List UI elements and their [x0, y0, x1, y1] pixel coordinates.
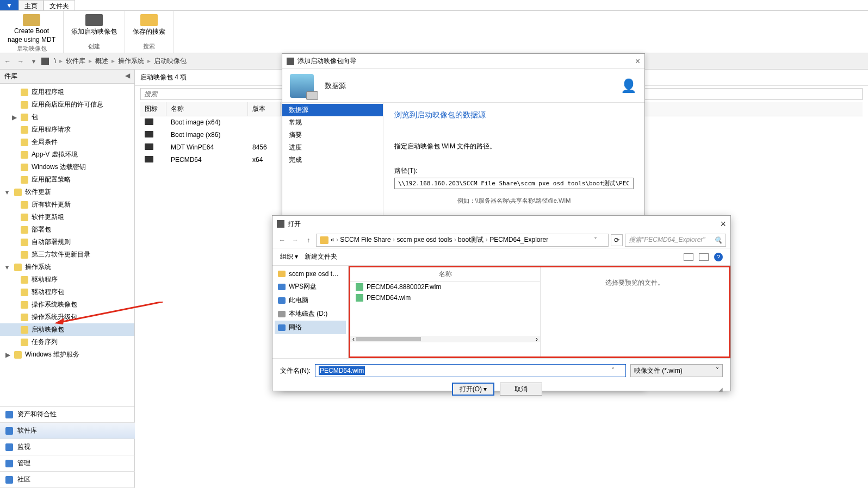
breadcrumb-item[interactable]: \ — [51, 57, 59, 65]
file-open-dialog: 打开 × ← → ↑ « › SCCM File Share › sccm px… — [272, 215, 731, 391]
wizard-close-button[interactable]: × — [635, 57, 640, 66]
breadcrumb-item[interactable]: 概述 — [92, 57, 111, 65]
sidebar-item[interactable]: 操作系统升级包 — [0, 311, 134, 323]
wizard-step[interactable]: 进度 — [282, 141, 383, 154]
ribbon-tab-folder[interactable]: 文件夹 — [44, 0, 75, 10]
file-list: 名称 PECMD64.8880002F.wimPECMD64.wim ‹ › — [350, 267, 541, 356]
sidebar-collapse-icon[interactable]: ◀ — [125, 72, 130, 81]
dialog-back[interactable]: ← — [277, 235, 288, 246]
sidebar-item[interactable]: 应用商店应用的许可信息 — [0, 98, 134, 111]
filter-dropdown-icon: ˅ — [716, 367, 719, 374]
nav-back[interactable]: ← — [2, 56, 13, 67]
nav-home-icon[interactable] — [41, 58, 49, 65]
sidebar-item[interactable]: ▾软件更新 — [0, 186, 134, 198]
ribbon-group-create: 添加启动映像包 创建 — [64, 11, 125, 53]
dialog-search-field[interactable]: 搜索"PECMD64_Explorer" 🔍 — [625, 234, 726, 247]
add-boot-image-button[interactable]: 添加启动映像包 — [68, 13, 120, 37]
filename-input[interactable]: PECMD64.wim ˅ — [315, 364, 626, 377]
wizard-step[interactable]: 数据源 — [282, 104, 383, 116]
sidebar-item[interactable]: App-V 虚拟环境 — [0, 148, 134, 161]
sidebar-item[interactable]: 启动映像包 — [0, 323, 134, 336]
col-icon[interactable]: 图标 — [140, 102, 166, 116]
breadcrumb-item[interactable]: 操作系统 — [115, 57, 147, 65]
tree-item[interactable]: 本地磁盘 (D:) — [275, 307, 346, 321]
scroll-thumb[interactable] — [356, 337, 421, 341]
filename-dropdown-icon[interactable]: ˅ — [611, 367, 622, 374]
preview-pane-button[interactable] — [699, 253, 709, 261]
tree-item[interactable]: 此电脑 — [275, 293, 346, 307]
wizard-step[interactable]: 完成 — [282, 154, 383, 166]
tree-item[interactable]: 网络 — [275, 321, 346, 334]
file-item[interactable]: PECMD64.wim — [350, 292, 540, 303]
ribbon-tab-file[interactable]: ▼ — [0, 0, 18, 10]
dialog-address-bar[interactable]: « › SCCM File Share › sccm pxe osd tools… — [316, 234, 609, 247]
sidebar-item[interactable]: 应用配置策略 — [0, 173, 134, 186]
sidebar-item[interactable]: ▾操作系统 — [0, 261, 134, 273]
sidebar-tree: 应用程序组应用商店应用的许可信息▶包应用程序请求全局条件App-V 虚拟环境Wi… — [0, 84, 134, 363]
workspace-item[interactable]: 资产和符合性 — [0, 406, 135, 423]
file-item[interactable]: PECMD64.8880002F.wim — [350, 281, 540, 292]
file-col-name[interactable]: 名称 — [350, 267, 540, 281]
address-dropdown-icon[interactable]: ˅ — [594, 236, 605, 244]
sidebar-item[interactable]: 驱动程序包 — [0, 286, 134, 298]
sidebar-item[interactable]: 软件更新组 — [0, 211, 134, 223]
col-name[interactable]: 名称 — [166, 102, 248, 116]
sidebar-item[interactable]: 驱动程序 — [0, 273, 134, 286]
sidebar-item[interactable]: 自动部署规则 — [0, 236, 134, 248]
view-mode-button[interactable] — [684, 253, 693, 261]
file-dialog-titlebar: 打开 × — [272, 216, 730, 232]
new-folder-button[interactable]: 新建文件夹 — [305, 252, 337, 261]
organize-button[interactable]: 组织 ▾ — [280, 252, 298, 261]
wizard-step[interactable]: 摘要 — [282, 129, 383, 141]
address-crumb[interactable]: SCCM File Share — [340, 236, 390, 243]
dialog-up[interactable]: ↑ — [303, 235, 314, 246]
saved-search-button[interactable]: 保存的搜索 — [129, 13, 169, 37]
sidebar-item[interactable]: ▶Windows 维护服务 — [0, 348, 134, 361]
computer-icon — [290, 74, 314, 98]
dialog-folder-tree: sccm pxe osd t…WPS网盘此电脑本地磁盘 (D:)网络 — [272, 266, 349, 358]
preview-message: 选择要预览的文件。 — [605, 278, 664, 287]
workspace-item[interactable]: 监视 — [0, 439, 135, 455]
help-icon[interactable]: ? — [714, 253, 723, 261]
breadcrumb-item[interactable]: 软件库 — [63, 57, 89, 65]
sidebar-item[interactable]: 应用程序组 — [0, 86, 134, 98]
nav-forward[interactable]: → — [15, 56, 26, 67]
tree-item[interactable]: WPS网盘 — [275, 280, 346, 293]
file-list-scrollbar[interactable]: ‹ › — [350, 336, 540, 342]
sidebar-item[interactable]: Windows 边载密钥 — [0, 161, 134, 173]
resize-grip-icon[interactable]: ◢ — [718, 386, 723, 392]
scroll-left-icon[interactable]: ‹ — [352, 335, 355, 343]
wizard-path-input[interactable] — [394, 178, 634, 189]
open-button[interactable]: 打开(O) ▾ — [452, 383, 494, 396]
sidebar-item[interactable]: 任务序列 — [0, 336, 134, 348]
ribbon-tab-home[interactable]: 主页 — [18, 0, 44, 10]
sidebar-item[interactable]: 所有软件更新 — [0, 198, 134, 211]
wizard-help-icon[interactable]: 👤 — [621, 78, 637, 93]
sidebar-item[interactable]: 部署包 — [0, 223, 134, 236]
workspace-item[interactable]: 社区 — [0, 472, 135, 488]
sidebar-item[interactable]: 操作系统映像包 — [0, 298, 134, 311]
dialog-refresh-button[interactable]: ⟳ — [611, 234, 623, 246]
cancel-button[interactable]: 取消 — [500, 383, 542, 396]
address-crumb[interactable]: boot测试 — [458, 236, 483, 243]
wizard-step[interactable]: 常规 — [282, 116, 383, 129]
dialog-close-button[interactable]: × — [720, 218, 726, 230]
sidebar-item[interactable]: ▶包 — [0, 111, 134, 123]
scroll-right-icon[interactable]: › — [536, 335, 538, 343]
address-crumb[interactable]: PECMD64_Explorer — [489, 236, 548, 243]
workspace-item[interactable]: 管理 — [0, 455, 135, 472]
breadcrumb-item[interactable]: 启动映像包 — [151, 57, 190, 65]
address-crumb[interactable]: « — [331, 236, 334, 243]
wizard-titlebar: 添加启动映像包向导 × — [282, 54, 644, 69]
nav-dropdown[interactable]: ▾ — [28, 56, 39, 67]
dialog-forward[interactable]: → — [290, 235, 301, 246]
filetype-filter[interactable]: 映像文件 (*.wim) ˅ — [630, 364, 723, 377]
tree-item[interactable]: sccm pxe osd t… — [275, 268, 346, 280]
workspace-item[interactable]: 软件库 — [0, 423, 135, 439]
sidebar-item[interactable]: 应用程序请求 — [0, 123, 134, 136]
sidebar-item[interactable]: 第三方软件更新目录 — [0, 248, 134, 261]
create-boot-mdt-button[interactable]: Create Boot nage using MDT — [4, 13, 59, 45]
sidebar-item[interactable]: 全局条件 — [0, 136, 134, 148]
address-crumb[interactable]: sccm pxe osd tools — [396, 236, 452, 243]
col-version[interactable]: 版本 — [248, 102, 281, 116]
